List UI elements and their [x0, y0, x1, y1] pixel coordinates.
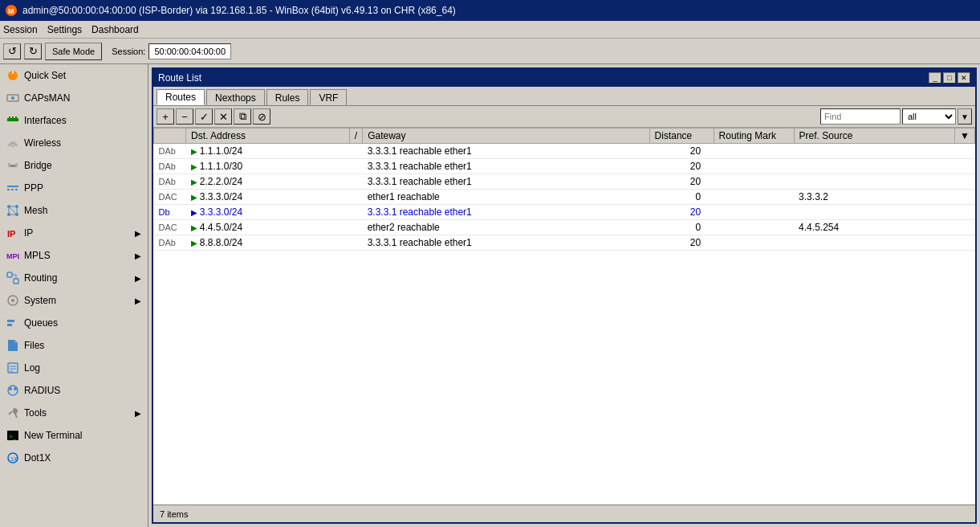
sidebar-item-quick-set[interactable]: Quick Set — [0, 64, 148, 87]
tab-nexthops[interactable]: Nexthops — [206, 89, 265, 105]
svg-text:IP: IP — [7, 229, 15, 239]
sidebar-item-wireless[interactable]: Wireless — [0, 132, 148, 154]
route-table: Dst. Address / Gateway Distance Routing … — [153, 128, 975, 505]
tab-vrf[interactable]: VRF — [310, 89, 347, 105]
route-distance: 20 — [649, 159, 714, 174]
table-row[interactable]: DAC ▶ 3.3.3.0/24 ether1 reachable 0 3.3.… — [154, 190, 975, 205]
ip-icon: IP — [6, 227, 19, 239]
sidebar-item-system[interactable]: System ▶ — [0, 289, 148, 312]
table-row[interactable]: DAb ▶ 1.1.1.0/24 3.3.3.1 reachable ether… — [154, 144, 975, 159]
session-label: Session: — [112, 47, 145, 56]
safe-mode-button[interactable]: Safe Mode — [45, 43, 102, 60]
svg-rect-34 — [7, 324, 12, 326]
route-flags: DAC — [154, 220, 186, 235]
route-distance: 20 — [649, 174, 714, 190]
capsman-icon — [6, 92, 19, 104]
sidebar-item-bridge[interactable]: Bridge — [0, 154, 148, 177]
cross-icon: ✕ — [219, 111, 228, 123]
col-pref-source[interactable]: Pref. Source — [794, 129, 955, 144]
close-button[interactable]: ✕ — [958, 72, 970, 84]
table-row[interactable]: DAC ▶ 4.4.5.0/24 ether2 reachable 0 4.4.… — [154, 220, 975, 235]
radius-icon — [6, 384, 19, 397]
disable-route-button[interactable]: ✕ — [214, 108, 232, 125]
svg-line-24 — [9, 206, 17, 214]
route-distance: 20 — [649, 205, 714, 220]
ip-arrow-icon: ▶ — [135, 229, 141, 238]
route-gateway: 3.3.3.1 reachable ether1 — [363, 205, 649, 220]
route-routing-mark — [714, 144, 794, 159]
route-gateway: ether2 reachable — [363, 220, 649, 235]
maximize-button[interactable]: □ — [943, 72, 956, 84]
copy-icon: ⧉ — [239, 110, 246, 123]
col-extra: ▼ — [955, 129, 975, 144]
menu-dashboard[interactable]: Dashboard — [91, 24, 139, 35]
sidebar-item-files[interactable]: Files — [0, 334, 148, 357]
sidebar-label-mpls: MPLS — [24, 250, 51, 261]
col-distance[interactable]: Distance — [649, 129, 714, 144]
find-input[interactable] — [820, 108, 901, 125]
sidebar-item-interfaces[interactable]: Interfaces — [0, 109, 148, 132]
route-arrow-cell: ▶ 3.3.3.0/24 — [186, 205, 350, 220]
sidebar-item-mesh[interactable]: Mesh — [0, 199, 148, 222]
sidebar-item-tools[interactable]: Tools ▶ — [0, 402, 148, 424]
route-pref-source — [794, 159, 955, 174]
route-arrow-icon: ▶ — [191, 178, 197, 186]
tab-rules[interactable]: Rules — [266, 89, 309, 105]
sidebar-item-ppp[interactable]: PPP — [0, 177, 148, 199]
filter-dropdown-button[interactable]: ▼ — [958, 108, 972, 125]
sidebar: Quick Set CAPsMAN Interfaces Wireless Br — [0, 64, 148, 527]
toolbar: ↺ ↻ Safe Mode Session: 50:00:00:04:00:00 — [0, 39, 980, 64]
svg-rect-42 — [8, 411, 13, 415]
sidebar-label-capsman: CAPsMAN — [24, 92, 70, 104]
sidebar-item-capsman[interactable]: CAPsMAN — [0, 87, 148, 109]
menu-session[interactable]: Session — [3, 24, 38, 35]
col-flags[interactable] — [154, 129, 186, 144]
col-gateway[interactable]: Gateway — [363, 129, 649, 144]
svg-rect-33 — [7, 320, 14, 322]
col-routing-mark[interactable]: Routing Mark — [714, 129, 794, 144]
sidebar-item-radius[interactable]: RADIUS — [0, 379, 148, 402]
route-arrow-cell: ▶ 3.3.3.0/24 — [186, 190, 350, 205]
sidebar-item-dot1x[interactable]: 1X Dot1X — [0, 447, 148, 469]
remove-route-button[interactable]: − — [176, 108, 193, 125]
route-pref-source — [794, 205, 955, 220]
route-arrow-icon: ▶ — [191, 147, 197, 156]
col-dst-address[interactable]: Dst. Address — [186, 129, 350, 144]
minimize-button[interactable]: _ — [929, 72, 941, 84]
table-row[interactable]: DAb ▶ 1.1.1.0/30 3.3.3.1 reachable ether… — [154, 159, 975, 174]
enable-route-button[interactable]: ✓ — [195, 108, 213, 125]
tab-routes[interactable]: Routes — [157, 89, 205, 105]
menu-settings[interactable]: Settings — [47, 24, 82, 35]
add-route-button[interactable]: + — [157, 108, 174, 125]
sidebar-item-new-terminal[interactable]: >_ New Terminal — [0, 424, 148, 447]
filter-select[interactable]: all static dynamic connect ospf bgp — [902, 108, 956, 125]
sidebar-label-tools: Tools — [24, 407, 47, 419]
svg-text:>_: >_ — [9, 433, 17, 440]
mpls-icon: MPLS — [6, 249, 19, 262]
queues-icon — [6, 317, 19, 329]
table-row[interactable]: DAb ▶ 2.2.2.0/24 3.3.3.1 reachable ether… — [154, 174, 975, 190]
undo-button[interactable]: ↺ — [3, 43, 21, 59]
redo-button[interactable]: ↻ — [24, 43, 42, 59]
column-menu-icon[interactable]: ▼ — [960, 130, 970, 141]
sidebar-item-routing[interactable]: Routing ▶ — [0, 267, 148, 289]
filter-button[interactable]: ⊘ — [253, 108, 270, 125]
svg-text:1X: 1X — [10, 456, 18, 462]
col-sort[interactable]: / — [349, 129, 362, 144]
svg-text:M: M — [8, 7, 14, 15]
table-row[interactable]: Db ▶ 3.3.3.0/24 3.3.3.1 reachable ether1… — [154, 205, 975, 220]
route-arrow-icon: ▶ — [191, 223, 197, 232]
table-toolbar: + − ✓ ✕ ⧉ ⊘ al — [153, 106, 975, 128]
svg-point-41 — [14, 387, 17, 390]
sidebar-label-system: System — [24, 295, 56, 306]
table-row[interactable]: DAb ▶ 8.8.8.0/24 3.3.3.1 reachable ether… — [154, 235, 975, 251]
svg-point-40 — [9, 387, 12, 390]
route-arrow-cell: ▶ 1.1.1.0/24 — [186, 144, 350, 159]
sidebar-label-radius: RADIUS — [24, 385, 60, 396]
svg-rect-6 — [7, 118, 18, 121]
sidebar-item-log[interactable]: Log — [0, 357, 148, 379]
sidebar-item-queues[interactable]: Queues — [0, 312, 148, 334]
sidebar-item-mpls[interactable]: MPLS MPLS ▶ — [0, 244, 148, 267]
copy-route-button[interactable]: ⧉ — [234, 108, 251, 125]
sidebar-item-ip[interactable]: IP IP ▶ — [0, 222, 148, 244]
